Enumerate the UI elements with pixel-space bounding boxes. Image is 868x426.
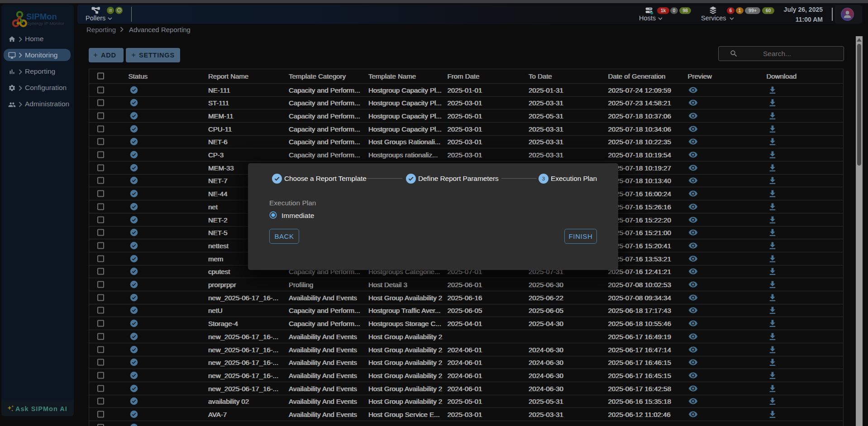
svg-text:Synergy IP Monitor: Synergy IP Monitor (27, 21, 65, 26)
svg-text:3: 3 (542, 176, 545, 181)
svg-text:SIPMon: SIPMon (26, 12, 57, 21)
